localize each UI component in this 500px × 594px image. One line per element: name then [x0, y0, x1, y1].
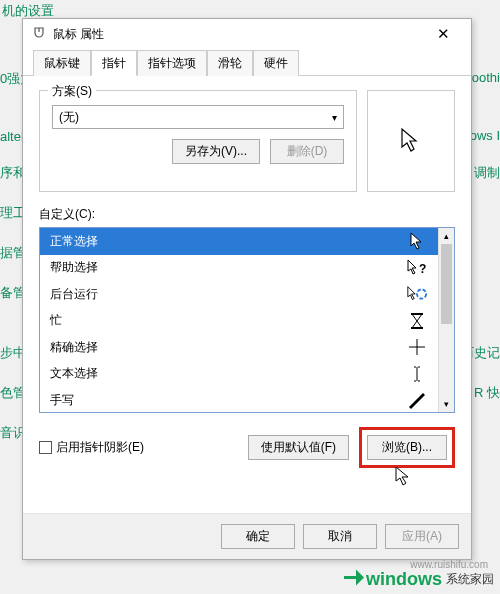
save-as-button[interactable]: 另存为(V)...: [172, 139, 260, 164]
scheme-label: 方案(S): [48, 83, 96, 100]
cursor-item-help[interactable]: 帮助选择 ?: [40, 255, 438, 282]
cursor-preview: [367, 90, 455, 192]
dialog-footer: 确定 取消 应用(A): [23, 513, 471, 559]
tabs: 鼠标键 指针 指针选项 滑轮 硬件: [23, 49, 471, 76]
dialog-title: 鼠标 属性: [53, 26, 423, 43]
listbox-scrollbar[interactable]: ▴ ▾: [438, 228, 454, 412]
cursor-item-normal[interactable]: 正常选择: [40, 228, 438, 255]
crosshair-cursor-icon: [406, 337, 428, 357]
cursor-item-label: 帮助选择: [50, 259, 98, 276]
cursor-item-handwriting[interactable]: 手写: [40, 387, 438, 412]
scheme-value: (无): [59, 109, 79, 126]
tab-wheel[interactable]: 滑轮: [207, 50, 253, 76]
cursor-item-text[interactable]: 文本选择: [40, 361, 438, 388]
scheme-group: 方案(S) (无) ▾ 另存为(V)... 删除(D): [39, 90, 357, 192]
arrow-cursor-icon: [406, 231, 428, 251]
bg-link[interactable]: R 快: [474, 384, 500, 402]
mouse-properties-dialog: 鼠标 属性 ✕ 鼠标键 指针 指针选项 滑轮 硬件 方案(S) (无) ▾ 另存…: [22, 18, 472, 560]
chevron-down-icon: ▾: [332, 112, 337, 123]
tab-pointer-options[interactable]: 指针选项: [137, 50, 207, 76]
arrow-wait-cursor-icon: [406, 284, 428, 304]
highlight-annotation: 浏览(B)...: [359, 427, 455, 468]
cursor-item-label: 手写: [50, 392, 74, 409]
watermark: windows 系统家园: [344, 569, 494, 590]
scheme-select[interactable]: (无) ▾: [52, 105, 344, 129]
cancel-button[interactable]: 取消: [303, 524, 377, 549]
svg-rect-3: [411, 327, 423, 329]
svg-text:?: ?: [419, 262, 426, 276]
cursor-item-label: 忙: [50, 312, 62, 329]
cursor-item-working[interactable]: 后台运行: [40, 281, 438, 308]
apply-button: 应用(A): [385, 524, 459, 549]
cursor-item-busy[interactable]: 忙: [40, 308, 438, 335]
cursor-item-label: 后台运行: [50, 286, 98, 303]
checkbox-icon: [39, 441, 52, 454]
dialog-titlebar: 鼠标 属性 ✕: [23, 19, 471, 49]
use-default-button[interactable]: 使用默认值(F): [248, 435, 349, 460]
delete-button: 删除(D): [270, 139, 344, 164]
ibeam-cursor-icon: [406, 364, 428, 384]
svg-point-1: [417, 290, 426, 299]
tab-pointers[interactable]: 指针: [91, 50, 137, 76]
ok-button[interactable]: 确定: [221, 524, 295, 549]
watermark-brand: windows: [366, 569, 442, 590]
cursor-item-label: 文本选择: [50, 365, 98, 382]
cursor-item-precision[interactable]: 精确选择: [40, 334, 438, 361]
cursor-listbox[interactable]: 正常选择 帮助选择 ? 后台运行 忙 精确选择: [39, 227, 455, 413]
watermark-cn: 系统家园: [446, 571, 494, 588]
svg-rect-2: [411, 313, 423, 315]
scroll-up-button[interactable]: ▴: [439, 228, 454, 244]
enable-shadow-label: 启用指针阴影(E): [56, 439, 144, 456]
dialog-content: 方案(S) (无) ▾ 另存为(V)... 删除(D) 自定义(C): 正常选择: [23, 76, 471, 513]
scroll-track[interactable]: [439, 244, 454, 396]
arrow-help-cursor-icon: ?: [406, 258, 428, 278]
pen-cursor-icon: [406, 390, 428, 410]
scroll-thumb[interactable]: [441, 244, 452, 324]
tab-hardware[interactable]: 硬件: [253, 50, 299, 76]
cursor-item-label: 精确选择: [50, 339, 98, 356]
enable-shadow-checkbox[interactable]: 启用指针阴影(E): [39, 439, 240, 456]
watermark-logo-icon: [344, 570, 364, 586]
hourglass-cursor-icon: [406, 311, 428, 331]
bg-link[interactable]: oothi: [472, 70, 500, 85]
cursor-item-label: 正常选择: [50, 233, 98, 250]
tab-buttons[interactable]: 鼠标键: [33, 50, 91, 76]
browse-button[interactable]: 浏览(B)...: [367, 435, 447, 460]
close-button[interactable]: ✕: [423, 20, 463, 48]
scroll-down-button[interactable]: ▾: [439, 396, 454, 412]
bg-link[interactable]: ows I: [470, 128, 500, 143]
customize-label: 自定义(C):: [39, 206, 455, 223]
mouse-icon: [31, 26, 47, 42]
